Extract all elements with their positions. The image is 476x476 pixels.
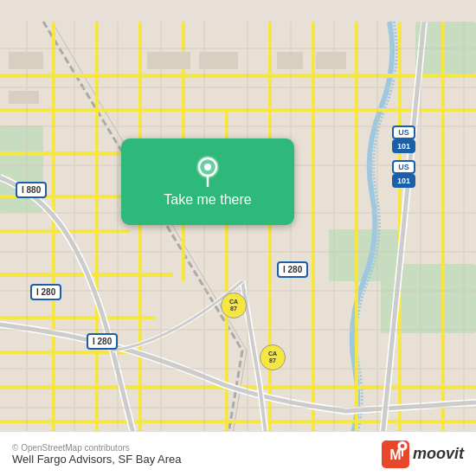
svg-point-55 — [204, 164, 211, 170]
moovit-logo: M moovit — [382, 441, 464, 468]
svg-rect-7 — [0, 108, 476, 112]
map-background — [0, 0, 476, 476]
svg-rect-31 — [0, 251, 476, 253]
svg-rect-46 — [463, 22, 465, 454]
svg-rect-50 — [199, 52, 238, 69]
svg-rect-36 — [26, 22, 28, 454]
svg-rect-37 — [74, 22, 75, 454]
highway-badge-i280-mid: I 280 — [87, 333, 118, 350]
bottom-bar: © OpenStreetMap contributors Well Fargo … — [0, 431, 476, 476]
svg-rect-52 — [316, 52, 346, 69]
moovit-text: moovit — [413, 445, 464, 463]
svg-rect-27 — [0, 87, 476, 88]
svg-rect-39 — [160, 22, 162, 454]
take-me-there-label: Take me there — [164, 192, 251, 208]
svg-rect-12 — [0, 316, 156, 319]
location-name: Well Fargo Advisors, SF Bay Area — [12, 453, 182, 466]
svg-rect-26 — [0, 48, 476, 49]
svg-rect-40 — [203, 22, 205, 454]
svg-rect-51 — [277, 52, 303, 69]
svg-rect-45 — [420, 22, 421, 454]
ca87-badge-bottom: CA87 — [260, 344, 286, 370]
location-info: © OpenStreetMap contributors Well Fargo … — [12, 443, 182, 466]
highway-badge-i880: I 880 — [16, 182, 47, 198]
svg-rect-32 — [0, 290, 476, 292]
svg-rect-47 — [9, 52, 43, 69]
location-pin-icon — [192, 156, 223, 187]
us101-badge-top: US 101 — [392, 125, 415, 153]
svg-rect-49 — [147, 52, 190, 69]
svg-point-59 — [401, 444, 405, 448]
svg-rect-34 — [0, 368, 476, 370]
map-container: I 880 I 280 I 280 I 280 US 101 US 101 CA… — [0, 0, 476, 476]
svg-rect-44 — [376, 22, 378, 454]
svg-rect-41 — [247, 22, 248, 454]
svg-rect-15 — [0, 420, 476, 423]
moovit-icon: M — [382, 441, 409, 468]
svg-rect-6 — [0, 74, 476, 78]
svg-rect-48 — [9, 91, 39, 104]
us101-badge-bottom: US 101 — [392, 160, 415, 188]
svg-rect-38 — [117, 22, 119, 454]
take-me-there-button[interactable]: Take me there — [121, 138, 294, 225]
svg-rect-33 — [0, 329, 476, 331]
svg-rect-43 — [333, 22, 335, 454]
highway-badge-i280-right: I 280 — [277, 261, 308, 278]
svg-rect-35 — [0, 407, 476, 408]
copyright-text: © OpenStreetMap contributors — [12, 443, 182, 453]
highway-badge-i280-left: I 280 — [30, 284, 61, 300]
ca87-badge-top: CA87 — [221, 293, 247, 318]
svg-rect-42 — [290, 22, 292, 454]
